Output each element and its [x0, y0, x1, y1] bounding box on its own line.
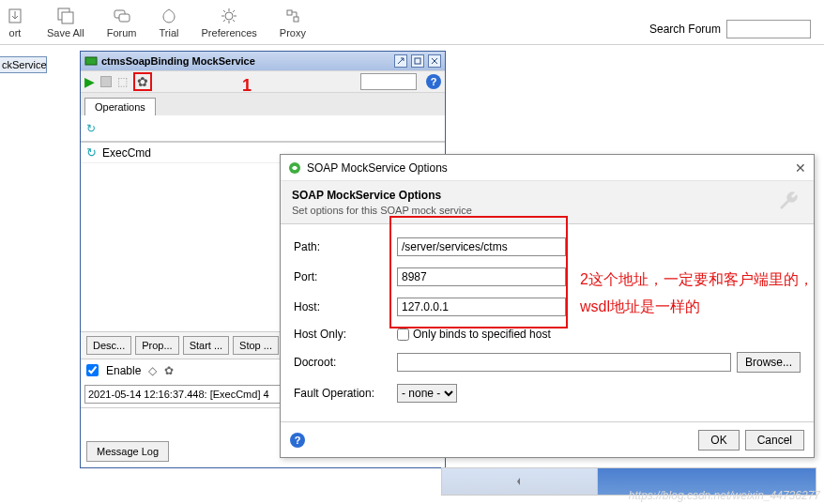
toolbar-forum[interactable]: Forum	[107, 7, 137, 38]
search-label: Search Forum	[649, 23, 721, 36]
dialog-footer: ? OK Cancel	[281, 421, 814, 457]
docroot-input[interactable]	[397, 353, 731, 372]
main-toolbar: ort Save All Forum Trial Preferences Pro…	[0, 0, 824, 45]
cancel-button[interactable]: Cancel	[745, 430, 804, 451]
forum-icon	[113, 7, 131, 25]
link-icon[interactable]: ⬚	[117, 75, 128, 88]
toolbar-trial[interactable]: Trial	[160, 7, 179, 38]
svg-rect-2	[62, 12, 73, 23]
ops-toolbar: ↻	[81, 115, 445, 142]
refresh-icon: ↻	[86, 145, 97, 160]
annotation-1: 1	[242, 76, 252, 96]
browse-button[interactable]: Browse...	[737, 352, 801, 373]
help-button[interactable]: ?	[426, 74, 441, 89]
mockservice-toolbar: ▶ ⬚ ✿ ?	[81, 70, 445, 93]
start-button[interactable]: Start ...	[183, 336, 229, 355]
path-input[interactable]	[397, 237, 566, 256]
soapui-icon	[288, 161, 301, 175]
fault-select[interactable]: - none -	[397, 384, 457, 403]
hostonly-text: Only binds to specified host	[413, 328, 551, 341]
svg-rect-6	[287, 10, 292, 15]
svg-rect-9	[415, 58, 420, 64]
gear-icon	[220, 7, 238, 25]
search-input[interactable]	[726, 20, 811, 38]
toolbar-preferences[interactable]: Preferences	[202, 7, 257, 38]
stop-button[interactable]	[100, 76, 112, 87]
trial-icon	[160, 7, 178, 25]
settings-icon[interactable]: ✿	[164, 364, 174, 377]
hostonly-checkbox[interactable]	[397, 328, 409, 341]
annotation-2: 2这个地址，一定要和客户端里的，wsdl地址是一样的	[580, 267, 815, 321]
wrench-icon	[776, 189, 802, 215]
save-all-icon	[56, 7, 75, 25]
stop-button[interactable]: Stop ...	[233, 336, 279, 355]
tab-operations[interactable]: Operations	[84, 98, 156, 115]
enable-label: Enable	[106, 364, 141, 377]
hostonly-label: Host Only:	[294, 328, 397, 341]
host-label: Host:	[294, 300, 397, 313]
svg-rect-8	[85, 57, 97, 65]
tabs: Operations	[81, 93, 445, 115]
close-button[interactable]	[428, 54, 441, 68]
svg-point-5	[225, 12, 233, 20]
dialog-subhead: Set options for this SOAP mock service	[292, 205, 776, 216]
dialog-header: SOAP MockService Options Set options for…	[281, 181, 814, 224]
operation-name: ExecCmd	[102, 146, 151, 160]
proxy-icon	[283, 7, 302, 25]
import-icon	[6, 7, 24, 25]
mockservice-icon	[84, 54, 98, 68]
dialog-head: SOAP MockService Options	[292, 189, 776, 202]
dialog-titlebar: SOAP MockService Options ✕	[281, 155, 814, 181]
watermark: https://blog.csdn.net/weixin_44736277	[629, 489, 820, 502]
docroot-label: Docroot:	[294, 356, 397, 369]
search-forum: Search Forum	[649, 20, 818, 38]
svg-rect-7	[294, 17, 298, 22]
help-button[interactable]: ?	[290, 433, 305, 448]
path-label: Path:	[294, 240, 397, 253]
dialog-title: SOAP MockService Options	[307, 161, 448, 175]
eraser-icon[interactable]: ◇	[148, 364, 157, 377]
maximize-button[interactable]	[411, 54, 424, 68]
bottom-seg-left[interactable]	[442, 468, 598, 495]
options-button[interactable]: ✿	[133, 72, 152, 91]
refresh-icon[interactable]: ↻	[86, 122, 96, 135]
detach-button[interactable]	[394, 54, 407, 68]
close-icon[interactable]: ✕	[795, 160, 806, 176]
desc-button[interactable]: Desc...	[86, 336, 131, 355]
svg-rect-4	[119, 14, 130, 22]
toolbar-proxy[interactable]: Proxy	[280, 7, 306, 38]
tree-fragment[interactable]: ckService	[0, 56, 47, 73]
window-titlebar: ctmsSoapBinding MockService	[81, 52, 445, 70]
dialog-body: Path: Port: Host: Host Only:Only binds t…	[281, 224, 814, 421]
fault-label: Fault Operation:	[294, 387, 397, 400]
window-title: ctmsSoapBinding MockService	[101, 55, 255, 67]
port-input[interactable]	[397, 267, 566, 286]
toolbar-save-all[interactable]: Save All	[47, 7, 84, 38]
enable-checkbox[interactable]	[86, 364, 99, 376]
prop-button[interactable]: Prop...	[135, 336, 178, 355]
toolbar-import[interactable]: ort	[6, 7, 24, 38]
host-input[interactable]	[397, 298, 566, 316]
run-button[interactable]: ▶	[84, 74, 95, 89]
ok-button[interactable]: OK	[698, 430, 739, 451]
message-log-button[interactable]: Message Log	[86, 441, 169, 462]
port-label: Port:	[294, 270, 397, 283]
filter-input[interactable]	[360, 73, 417, 90]
